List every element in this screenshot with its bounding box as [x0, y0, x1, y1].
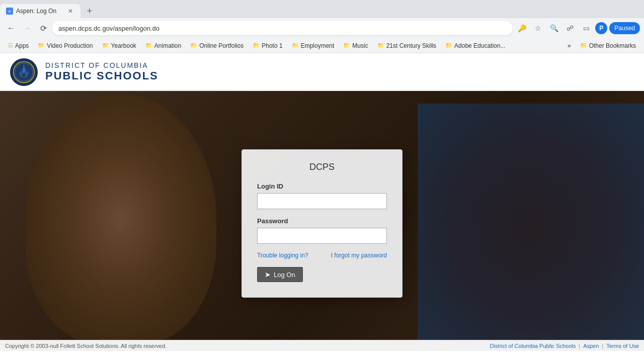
trouble-logging-link[interactable]: Trouble logging in?: [257, 252, 308, 259]
bookmark-other-icon: 📁: [580, 42, 587, 49]
footer-links: District of Columbia Public Schools | As…: [490, 343, 639, 349]
paused-label: Paused: [614, 25, 635, 32]
bookmark-portfolios-label: Online Portfolios: [199, 42, 244, 49]
logon-button[interactable]: ➤ Log On: [257, 267, 303, 282]
bookmarks-bar: ☷ Apps 📁 Video Production 📁 Yearbook 📁 A…: [0, 38, 644, 53]
bookmark-icon: ☷: [8, 42, 13, 49]
login-title: DCPS: [257, 162, 387, 172]
bookmark-music[interactable]: 📁 Music: [339, 41, 372, 50]
bookmark-photo-label: Photo 1: [262, 42, 282, 49]
reload-button[interactable]: ⟳: [36, 21, 50, 35]
logo-text: DISTRICT OF COLUMBIA PUBLIC SCHOOLS: [45, 61, 158, 82]
profile-button[interactable]: P: [595, 22, 607, 34]
password-label: Password: [257, 217, 387, 225]
bookmark-adobe-label: Adobe Education...: [454, 42, 505, 49]
svg-point-4: [23, 68, 26, 72]
screenshare-icon[interactable]: ▭: [579, 21, 593, 35]
reload-icon[interactable]: ☍: [563, 21, 577, 35]
bookmark-animation[interactable]: 📁 Animation: [141, 41, 185, 50]
bookmark-employment-label: Employment: [301, 42, 335, 49]
bookmark-yearbook[interactable]: 📁 Yearbook: [98, 41, 140, 50]
back-button[interactable]: ←: [4, 21, 18, 35]
footer-terms-link[interactable]: Terms of Use: [606, 343, 639, 349]
footer-copyright: Copyright © 2003-null Follett School Sol…: [5, 343, 167, 349]
new-tab-button[interactable]: +: [83, 4, 97, 18]
tab-close-button[interactable]: ✕: [66, 7, 74, 15]
dc-seal-icon: [13, 61, 35, 83]
bookmark-icon: 📁: [292, 42, 299, 49]
footer-sep-1: |: [579, 343, 580, 349]
paused-button[interactable]: Paused: [609, 22, 640, 34]
bookmark-icon: 📁: [145, 42, 152, 49]
bookmark-icon: 📁: [38, 42, 45, 49]
logo-seal: [10, 58, 38, 86]
bookmark-music-label: Music: [352, 42, 368, 49]
footer-dcps-link[interactable]: District of Columbia Public Schools: [490, 343, 576, 349]
site-header: DISTRICT OF COLUMBIA PUBLIC SCHOOLS: [0, 53, 644, 91]
bookmark-icon: 📁: [190, 42, 197, 49]
bookmark-apps[interactable]: ☷ Apps: [4, 41, 33, 50]
star-icon[interactable]: ☆: [531, 21, 545, 35]
bookmark-video-label: Video Production: [47, 42, 93, 49]
bookmark-apps-label: Apps: [15, 42, 29, 49]
bookmark-icon: 📁: [343, 42, 350, 49]
bookmark-21st-label: 21st Century Skills: [386, 42, 436, 49]
bookmark-21st-century[interactable]: 📁 21st Century Skills: [373, 41, 440, 50]
header-logo: DISTRICT OF COLUMBIA PUBLIC SCHOOLS: [10, 58, 158, 86]
login-id-input[interactable]: [257, 193, 387, 209]
tab-favicon: A: [6, 8, 13, 15]
login-links: Trouble logging in? I forgot my password: [257, 252, 387, 259]
bookmark-icon: 📁: [445, 42, 452, 49]
key-icon[interactable]: 🔑: [515, 21, 529, 35]
page-footer: Copyright © 2003-null Follett School Sol…: [0, 340, 644, 351]
logo-text-top: DISTRICT OF COLUMBIA: [45, 61, 158, 69]
address-bar[interactable]: [52, 21, 513, 35]
search-icon[interactable]: 🔍: [547, 21, 561, 35]
navigation-bar: ← → ⟳ 🔑 ☆ 🔍 ☍ ▭ P Paused: [0, 18, 644, 38]
forward-button[interactable]: →: [20, 21, 34, 35]
logon-arrow-icon: ➤: [265, 270, 271, 279]
bookmark-icon: 📁: [377, 42, 384, 49]
bookmark-employment[interactable]: 📁 Employment: [288, 41, 339, 50]
footer-aspen-link[interactable]: Aspen: [583, 343, 599, 349]
login-id-group: Login ID: [257, 183, 387, 209]
login-dialog: DCPS Login ID Password Trouble logging i…: [242, 149, 403, 298]
tab-title: Aspen: Log On: [16, 8, 62, 15]
bookmark-other[interactable]: 📁 Other Bookmarks: [576, 41, 640, 50]
bookmark-adobe[interactable]: 📁 Adobe Education...: [441, 41, 509, 50]
footer-sep-2: |: [602, 343, 603, 349]
bookmark-photo1[interactable]: 📁 Photo 1: [249, 41, 286, 50]
bookmark-video-production[interactable]: 📁 Video Production: [34, 41, 97, 50]
logon-button-label: Log On: [274, 271, 295, 279]
bookmark-yearbook-label: Yearbook: [111, 42, 136, 49]
page-content: DISTRICT OF COLUMBIA PUBLIC SCHOOLS DCPS…: [0, 53, 644, 351]
active-tab[interactable]: A Aspen: Log On ✕: [0, 4, 80, 18]
login-overlay: DCPS Login ID Password Trouble logging i…: [0, 96, 644, 351]
bookmark-animation-label: Animation: [154, 42, 181, 49]
bookmark-online-portfolios[interactable]: 📁 Online Portfolios: [186, 41, 248, 50]
password-input[interactable]: [257, 228, 387, 244]
password-group: Password: [257, 217, 387, 244]
login-id-label: Login ID: [257, 183, 387, 190]
nav-icons: 🔑 ☆ 🔍 ☍ ▭ P Paused: [515, 21, 640, 35]
logo-text-bottom: PUBLIC SCHOOLS: [45, 69, 158, 82]
bookmark-icon: 📁: [253, 42, 260, 49]
bookmark-icon: 📁: [102, 42, 109, 49]
bookmark-other-label: Other Bookmarks: [589, 42, 636, 49]
bookmark-more-button[interactable]: »: [564, 41, 575, 50]
forgot-password-link[interactable]: I forgot my password: [331, 252, 387, 259]
